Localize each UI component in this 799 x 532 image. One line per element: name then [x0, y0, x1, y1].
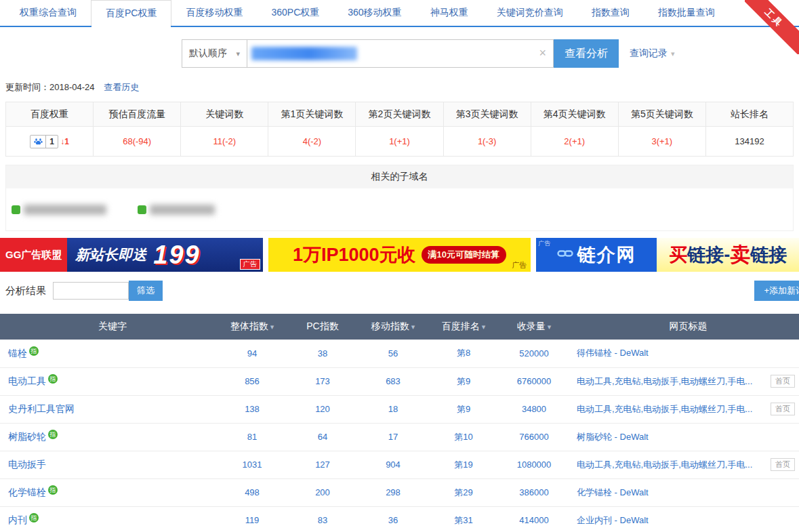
keyword-link[interactable]: 化学锚栓	[8, 487, 46, 498]
indexed-pages-value[interactable]: 386000	[519, 487, 548, 497]
sort-order-select[interactable]: 默认顺序 ▾	[182, 39, 247, 68]
page-title-link[interactable]: 企业内刊 - DeWalt	[577, 514, 795, 527]
page-title-link[interactable]: 电动工具,充电钻,电动扳手,电动螺丝刀,手电...	[577, 375, 765, 388]
pc-index-value[interactable]: 38	[318, 348, 327, 359]
overall-index-value[interactable]: 94	[247, 348, 257, 359]
add-new-keyword-button[interactable]: +添加新词	[754, 281, 799, 301]
page-title-link[interactable]: 电动工具,充电钻,电动扳手,电动螺丝刀,手电...	[577, 459, 765, 471]
keyword-link[interactable]: 电动工具	[8, 376, 46, 387]
query-history-link[interactable]: 查询记录 ▾	[630, 39, 675, 68]
baidu-rank-value[interactable]: 第9	[457, 376, 470, 386]
summary-col-page4: 第4页关键词数	[531, 102, 618, 127]
pc-index-value[interactable]: 64	[318, 432, 327, 442]
analysis-result-label: 分析结果	[5, 285, 46, 298]
tab-index-query[interactable]: 指数查询	[577, 0, 644, 26]
table-row: 电动工具指 856 173 683 第9 6760000 电动工具,充电钻,电动…	[0, 367, 799, 395]
domain-search-input[interactable]: ×	[247, 39, 554, 68]
subdomain-item[interactable]	[138, 205, 215, 215]
indexed-pages-value[interactable]: 766000	[519, 432, 548, 442]
keyword-link[interactable]: 电动扳手	[8, 459, 46, 470]
indexed-pages-value[interactable]: 6760000	[517, 376, 552, 386]
page-title-link[interactable]: 树脂砂轮 - DeWalt	[577, 431, 795, 443]
subdomain-item[interactable]	[12, 205, 106, 215]
page3-count-value: 1(-3)	[443, 127, 531, 157]
ad-brand-label: 链介网	[577, 243, 636, 267]
analyze-button[interactable]: 查看分析	[554, 39, 619, 68]
sort-caret-icon[interactable]: ▾	[482, 323, 486, 331]
filter-button[interactable]: 筛选	[129, 281, 163, 301]
indexed-pages-value[interactable]: 520000	[519, 348, 548, 359]
page2-count-value: 1(+1)	[356, 127, 443, 157]
tab-baidu-mobile-weight[interactable]: 百度移动权重	[171, 0, 257, 26]
tab-keyword-bid-query[interactable]: 关键词竞价查询	[483, 0, 577, 26]
sort-caret-icon[interactable]: ▾	[270, 323, 274, 331]
col-indexed-pages[interactable]: 收录量▾	[499, 314, 569, 340]
mobile-index-value[interactable]: 56	[388, 348, 398, 359]
baidu-rank-value[interactable]: 第31	[454, 515, 472, 525]
sort-caret-icon[interactable]: ▾	[548, 323, 552, 331]
ad-banner-ip-offer[interactable]: 1万IP1000元收 满10元可随时结算 广告	[268, 238, 531, 272]
page-title-link[interactable]: 电动工具,充电钻,电动扳手,电动螺丝刀,手电...	[577, 403, 765, 415]
table-row: 化学锚栓指 498 200 298 第29 386000 化学锚栓 - DeWa…	[0, 478, 799, 506]
keyword-link[interactable]: 史丹利工具官网	[8, 403, 75, 414]
mobile-index-value[interactable]: 17	[388, 432, 398, 442]
overall-index-value[interactable]: 119	[245, 515, 260, 525]
view-history-link[interactable]: 查看历史	[104, 82, 139, 92]
tab-shenma-weight[interactable]: 神马权重	[416, 0, 483, 26]
baidu-rank-value[interactable]: 第10	[454, 432, 472, 442]
baidu-rank-value[interactable]: 第29	[454, 487, 472, 497]
mobile-index-value[interactable]: 36	[388, 515, 398, 525]
baidu-weight-badge[interactable]: 1	[30, 135, 58, 148]
table-row: 史丹利工具官网指 138 120 18 第9 34800 电动工具,充电钻,电动…	[0, 395, 799, 423]
redacted-subdomain-text	[24, 205, 106, 215]
tab-360-pc-weight[interactable]: 360PC权重	[257, 0, 333, 26]
indexed-pages-value[interactable]: 414000	[519, 515, 548, 525]
pc-index-value[interactable]: 120	[315, 404, 330, 414]
keyword-link[interactable]: 树脂砂轮	[8, 432, 46, 443]
pc-index-value[interactable]: 127	[315, 459, 330, 470]
mobile-index-value[interactable]: 683	[386, 376, 401, 386]
mobile-index-value[interactable]: 18	[388, 404, 398, 414]
col-baidu-rank[interactable]: 百度排名▾	[428, 314, 499, 340]
tab-weight-overview[interactable]: 权重综合查询	[5, 0, 91, 26]
tab-360-mobile-weight[interactable]: 360移动权重	[333, 0, 415, 26]
ad-headline: 1万IP1000元收	[293, 243, 416, 267]
page-title-link[interactable]: 化学锚栓 - DeWalt	[577, 487, 795, 499]
pc-index-value[interactable]: 200	[315, 487, 330, 497]
homepage-badge: 首页	[771, 403, 795, 415]
mobile-index-value[interactable]: 298	[386, 487, 401, 497]
corner-ribbon[interactable]: 工具	[745, 0, 799, 54]
table-row: 电动扳手指 1031 127 904 第19 1080000 电动工具,充电钻,…	[0, 451, 799, 478]
keyword-link[interactable]: 内刊	[8, 515, 27, 526]
ad-text-link: 链接	[687, 243, 724, 267]
baidu-rank-value[interactable]: 第19	[454, 459, 472, 470]
overall-index-value[interactable]: 498	[245, 487, 260, 497]
pc-index-value[interactable]: 173	[315, 376, 330, 386]
pc-index-value[interactable]: 83	[318, 515, 327, 525]
redacted-query-text	[251, 47, 357, 60]
filter-keyword-input[interactable]	[53, 282, 129, 300]
overall-index-value[interactable]: 856	[245, 376, 260, 386]
tab-index-batch-query[interactable]: 指数批量查询	[644, 0, 729, 26]
baidu-rank-value[interactable]: 第9	[457, 404, 470, 414]
overall-index-value[interactable]: 1031	[243, 459, 262, 470]
keyword-link[interactable]: 锚栓	[8, 348, 27, 359]
col-overall-index[interactable]: 整体指数▾	[217, 314, 287, 340]
summary-col-page3: 第3页关键词数	[443, 102, 531, 127]
baidu-rank-value[interactable]: 第8	[457, 348, 470, 358]
page-title-link[interactable]: 得伟锚栓 - DeWalt	[577, 347, 795, 359]
index-badge-icon: 指	[29, 513, 39, 523]
ad-text-sell: 卖	[730, 241, 750, 269]
col-mobile-index[interactable]: 移动指数▾	[358, 314, 428, 340]
mobile-index-value[interactable]: 904	[386, 459, 401, 470]
sort-caret-icon[interactable]: ▾	[411, 323, 415, 331]
ad-banner-gg-alliance[interactable]: GG广告联盟 新站长即送 199 广告	[0, 238, 263, 272]
overall-index-value[interactable]: 138	[245, 404, 260, 414]
tab-baidu-pc-weight[interactable]: 百度PC权重	[91, 0, 171, 26]
indexed-pages-value[interactable]: 1080000	[517, 459, 552, 470]
analysis-filter-row: 分析结果 筛选 +添加新词	[5, 280, 799, 302]
indexed-pages-value[interactable]: 34800	[522, 404, 546, 414]
overall-index-value[interactable]: 81	[247, 432, 257, 442]
ad-banner-link-market[interactable]: 广告 链介网 买 链接 - 卖 链接	[536, 238, 799, 272]
clear-icon[interactable]: ×	[539, 47, 546, 59]
